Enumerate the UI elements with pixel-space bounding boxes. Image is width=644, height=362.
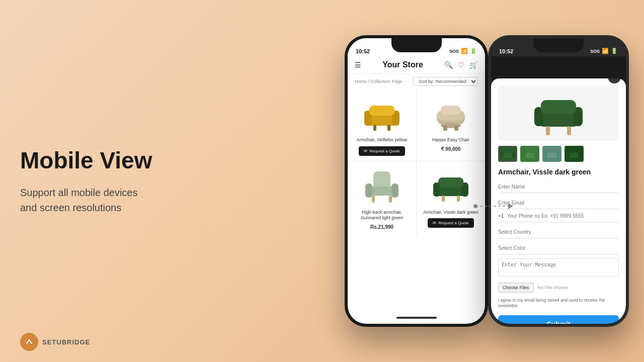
svg-rect-5 xyxy=(373,125,376,131)
product-price-beige: ₹ 90,000 xyxy=(441,146,460,152)
svg-rect-36 xyxy=(512,152,515,158)
modal-file-row: Choose Files No File chosen xyxy=(498,283,619,293)
svg-point-27 xyxy=(473,204,477,208)
svg-rect-9 xyxy=(441,106,461,115)
product-name-lightgreen: High-back armchair,Gunnared light green xyxy=(361,210,404,221)
product-price-lightgreen: Rs.21,990 xyxy=(370,224,393,230)
setubridge-logo: SETUBRIDGE xyxy=(20,333,90,351)
modal-product-main-img xyxy=(498,85,619,141)
product-card-beige: Harper Easy Chair ₹ 90,000 xyxy=(417,89,485,161)
product-name-darkgreen: Armchair, Vissle dark green xyxy=(423,210,478,216)
darkgreen-chair-small-svg xyxy=(428,167,473,205)
sort-dropdown[interactable]: Sort by: Recommended xyxy=(413,77,478,86)
battery2-icon: 🔋 xyxy=(611,48,618,54)
email-icon-darkgreen: ✉ xyxy=(433,221,436,225)
svg-rect-11 xyxy=(443,126,447,131)
product-name-yellow: Armchair, Skiftebo yellow xyxy=(357,137,408,143)
svg-rect-6 xyxy=(387,125,390,131)
phone1-time: 10:52 xyxy=(356,48,370,54)
svg-rect-12 xyxy=(454,126,458,131)
request-quote-label-yellow: Request a Quote xyxy=(369,149,399,153)
modal-color-input[interactable] xyxy=(498,242,619,254)
svg-rect-41 xyxy=(544,152,547,158)
thumb2-svg xyxy=(521,147,538,161)
battery-icon: 🔋 xyxy=(470,48,477,54)
thumb4-svg xyxy=(566,147,583,161)
svg-rect-22 xyxy=(438,177,463,188)
left-text-section: Mobile View Support all mobile devicesan… xyxy=(20,147,211,215)
no-file-text: No File chosen xyxy=(538,285,568,290)
product-img-darkgreen xyxy=(426,166,476,207)
modal-thumb-3[interactable] xyxy=(542,146,561,162)
phone2-status-icons: SOS 📶 🔋 xyxy=(590,48,618,54)
main-description: Support all mobile devicesand screen res… xyxy=(20,185,211,215)
breadcrumb-text: Home / Collection Page xyxy=(355,79,403,84)
logo-text: SETUBRIDGE xyxy=(42,338,90,346)
request-quote-label-darkgreen: Request a Quote xyxy=(438,221,468,225)
request-quote-btn-yellow[interactable]: ✉ Request a Quote xyxy=(359,146,405,156)
phone1-home-indicator xyxy=(396,317,437,319)
product-img-lightgreen xyxy=(357,166,407,207)
thumb3-svg xyxy=(543,147,560,161)
modal-message-textarea[interactable] xyxy=(498,258,619,277)
modal-thumb-1[interactable] xyxy=(498,146,517,162)
thumb1-svg xyxy=(499,147,516,161)
phone2-screen: 10:52 SOS 📶 🔋 ☰ Your Store 🔍 ♡ 🛒 xyxy=(491,38,626,324)
submit-btn[interactable]: Submit xyxy=(498,315,619,324)
modal-country-input[interactable] xyxy=(498,226,619,238)
modal-chair-svg xyxy=(528,88,589,138)
svg-marker-26 xyxy=(508,203,513,209)
svg-rect-45 xyxy=(579,152,582,158)
lightgreen-chair-svg xyxy=(359,167,405,205)
svg-rect-15 xyxy=(365,184,372,198)
svg-rect-42 xyxy=(556,152,559,158)
modal-phone-row: +1 xyxy=(498,213,619,222)
svg-rect-18 xyxy=(389,196,392,203)
breadcrumb-bar: Home / Collection Page Sort by: Recommen… xyxy=(348,74,485,89)
cart-icon-p1[interactable]: 🛒 xyxy=(469,61,478,69)
sos-indicator: SOS xyxy=(449,49,459,54)
email-icon-yellow: ✉ xyxy=(364,149,367,153)
modal-consent-text: I agree to my email being stored and use… xyxy=(498,298,619,310)
yellow-chair-svg xyxy=(359,96,405,133)
menu-icon[interactable]: ☰ xyxy=(355,61,361,69)
logo-svg xyxy=(24,336,35,347)
svg-rect-24 xyxy=(457,196,460,202)
svg-rect-43 xyxy=(568,153,580,158)
svg-rect-23 xyxy=(442,196,445,202)
modal-close-btn[interactable]: ✕ xyxy=(608,78,621,83)
svg-point-0 xyxy=(24,337,34,347)
products-grid: Armchair, Skiftebo yellow ✉ Request a Qu… xyxy=(348,89,485,235)
product-card-yellow: Armchair, Skiftebo yellow ✉ Request a Qu… xyxy=(348,89,416,161)
phone-detail: 10:52 SOS 📶 🔋 ☰ Your Store 🔍 ♡ 🛒 xyxy=(488,35,629,327)
phone-listing: 10:52 SOS 📶 🔋 ☰ Your Store 🔍 ♡ 🛒 xyxy=(345,35,488,327)
logo-icon xyxy=(20,333,38,351)
store-name-phone1: Your Store xyxy=(382,60,423,69)
choose-files-btn[interactable]: Choose Files xyxy=(498,283,534,293)
svg-rect-14 xyxy=(368,187,395,196)
product-img-yellow xyxy=(357,94,407,134)
svg-rect-34 xyxy=(502,153,514,158)
modal-thumb-2[interactable] xyxy=(520,146,539,162)
svg-rect-44 xyxy=(567,152,570,158)
svg-rect-38 xyxy=(522,152,525,158)
modal-email-input[interactable] xyxy=(498,197,619,209)
search-icon-p1[interactable]: 🔍 xyxy=(444,61,453,69)
modal-phone-input[interactable] xyxy=(507,213,619,219)
product-img-beige xyxy=(426,94,476,134)
svg-rect-37 xyxy=(524,153,536,158)
phone1-status-icons: SOS 📶 🔋 xyxy=(449,48,477,54)
phones-container: 10:52 SOS 📶 🔋 ☰ Your Store 🔍 ♡ 🛒 xyxy=(345,35,629,327)
svg-rect-4 xyxy=(369,106,394,116)
modal-name-input[interactable] xyxy=(498,181,619,193)
arrow-connector xyxy=(473,196,513,216)
svg-rect-39 xyxy=(534,152,537,158)
wifi2-icon: 📶 xyxy=(602,48,609,54)
svg-rect-40 xyxy=(546,153,558,158)
main-heading: Mobile View xyxy=(20,147,211,174)
svg-rect-17 xyxy=(372,196,375,203)
modal-product-title: Armchair, Vissle dark green xyxy=(498,168,619,176)
wishlist-icon-p1[interactable]: ♡ xyxy=(458,61,464,69)
modal-thumb-4[interactable] xyxy=(565,146,584,162)
request-quote-btn-darkgreen[interactable]: ✉ Request a Quote xyxy=(428,218,473,228)
